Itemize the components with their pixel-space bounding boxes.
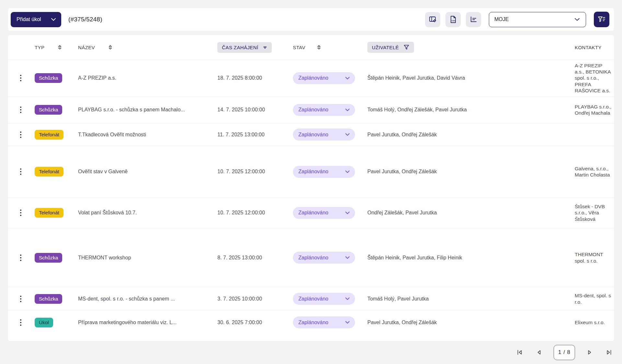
cell-stav: Zaplánováno [285, 207, 360, 219]
filter-list-icon [597, 16, 606, 23]
table-row[interactable]: Schůzka A-Z PREZIP a.s. 18. 7. 2025 8:00… [8, 60, 614, 96]
view-filter-value: MOJE [494, 17, 509, 22]
status-select[interactable]: Zaplánováno [293, 104, 355, 116]
type-badge: Telefonát [35, 167, 63, 176]
table-row[interactable]: Telefonát Ověřit stav v Galveně 10. 7. 2… [8, 146, 614, 197]
view-filter-select[interactable]: MOJE [489, 12, 586, 27]
previous-page-button[interactable] [534, 347, 544, 357]
cell-nazev: THERMONT workshop [70, 255, 210, 261]
column-label: STAV [293, 45, 305, 50]
cell-kontakty: A-Z PREZIP a.s., BETONIKA spol. s r.o., … [567, 63, 614, 94]
task-name: THERMONT workshop [78, 255, 131, 260]
status-value: Zaplánováno [298, 132, 328, 138]
cell-stav: Zaplánováno [285, 129, 360, 141]
table-row[interactable]: Schůzka PLAYBAG s.r.o. - schůzka s panem… [8, 96, 614, 123]
cell-cas-zahajeni: 18. 7. 2025 8:00:00 [210, 75, 285, 81]
status-select[interactable]: Zaplánováno [293, 293, 355, 305]
row-menu-kebab-icon[interactable] [8, 296, 27, 302]
table-row[interactable]: Schůzka THERMONT workshop 8. 7. 2025 13:… [8, 228, 614, 287]
add-task-button[interactable]: Přidat úkol [11, 12, 61, 27]
sort-icon[interactable] [57, 44, 62, 50]
column-header-uzivatele[interactable]: UŽIVATELÉ [360, 42, 567, 53]
table-row[interactable]: Telefonát Volat paní Štůsková 10.7. 10. … [8, 197, 614, 228]
cell-nazev: Ověřit stav v Galveně [70, 169, 210, 175]
cell-stav: Zaplánováno [285, 166, 360, 178]
sorted-column-pill[interactable]: ČAS ZAHÁJENÍ [217, 42, 272, 53]
users-list: Tomáš Holý, Ondřej Zálešák, Pavel Jurutk… [367, 107, 467, 112]
status-value: Zaplánováno [298, 296, 328, 302]
task-counter: (#375/5248) [68, 16, 102, 23]
table-row[interactable]: Úkol Příprava marketingového materiálu v… [8, 310, 614, 334]
row-menu-kebab-icon[interactable] [8, 168, 27, 175]
users-list: Tomáš Holý, Pavel Jurutka [367, 296, 429, 301]
status-value: Zaplánováno [298, 75, 328, 81]
status-select[interactable]: Zaplánováno [293, 207, 355, 219]
cell-stav: Zaplánováno [285, 72, 360, 84]
last-page-button[interactable] [604, 347, 614, 357]
row-menu-kebab-icon[interactable] [8, 255, 27, 261]
type-badge: Schůzka [35, 253, 62, 263]
start-time: 3. 7. 2025 10:00:00 [217, 296, 262, 301]
cell-uzivatele: Tomáš Holý, Pavel Jurutka [360, 296, 567, 302]
status-select[interactable]: Zaplánováno [293, 316, 355, 328]
page-indicator[interactable]: 1 / 8 [554, 345, 575, 360]
table-row[interactable]: Schůzka MS-dent, spol. s r.o. - schůzka … [8, 287, 614, 310]
filtered-column-pill[interactable]: UŽIVATELÉ [367, 42, 414, 53]
row-menu-kebab-icon[interactable] [8, 75, 27, 81]
timeline-view-button[interactable] [466, 12, 481, 27]
cell-typ: Úkol [27, 318, 70, 327]
chevron-down-icon [345, 321, 350, 324]
chevron-down-icon [345, 211, 350, 214]
start-time: 10. 7. 2025 12:00:00 [217, 210, 265, 215]
chevron-down-icon [345, 108, 350, 111]
contacts-list: Galvena, s.r.o., Martin Cholasta [575, 166, 610, 177]
tasks-table: TYP NÁZEV ČAS ZAHÁJENÍ [8, 35, 614, 341]
cell-typ: Telefonát [27, 167, 70, 176]
task-name: A-Z PREZIP a.s. [78, 75, 116, 81]
row-menu-kebab-icon[interactable] [8, 210, 27, 216]
contacts-list: A-Z PREZIP a.s., BETONIKA spol. s r.o., … [575, 63, 611, 94]
cell-nazev: A-Z PREZIP a.s. [70, 75, 210, 81]
start-time: 8. 7. 2025 13:00:00 [217, 255, 262, 260]
filter-button[interactable] [594, 12, 609, 27]
row-menu-kebab-icon[interactable] [8, 319, 27, 326]
users-list: Štěpán Heinik, Pavel Jurutka, Filip Hein… [367, 255, 462, 260]
type-badge: Telefonát [35, 208, 63, 218]
next-page-button[interactable] [585, 347, 594, 357]
status-value: Zaplánováno [298, 255, 328, 261]
column-label: NÁZEV [78, 45, 95, 50]
cell-typ: Telefonát [27, 130, 70, 140]
task-name: Ověřit stav v Galveně [78, 169, 128, 174]
column-header-stav[interactable]: STAV [285, 44, 360, 50]
chevron-down-icon [345, 256, 350, 259]
toolbar-right: CSV MOJE [425, 12, 609, 27]
first-page-button[interactable] [515, 347, 524, 357]
status-value: Zaplánováno [298, 210, 328, 216]
chevron-down-icon [345, 133, 350, 136]
status-select[interactable]: Zaplánováno [293, 166, 355, 178]
cell-nazev: MS-dent, spol. s r.o. - schůzka s panem … [70, 296, 210, 302]
export-csv-button[interactable]: CSV [445, 12, 461, 27]
type-badge: Schůzka [35, 105, 62, 115]
sort-icon[interactable] [108, 44, 113, 50]
task-name: T.Tkadlecová Ověřit možnosti [78, 132, 146, 137]
status-select[interactable]: Zaplánováno [293, 72, 355, 84]
cell-cas-zahajeni: 14. 7. 2025 10:00:00 [210, 107, 285, 113]
cell-typ: Schůzka [27, 73, 70, 83]
column-label: TYP [35, 45, 44, 50]
cell-typ: Schůzka [27, 253, 70, 263]
columns-customize-button[interactable] [425, 12, 440, 27]
tasks-page: Přidat úkol (#375/5248) [0, 0, 622, 364]
column-header-nazev[interactable]: NÁZEV [70, 44, 210, 50]
status-select[interactable]: Zaplánováno [293, 252, 355, 264]
row-menu-kebab-icon[interactable] [8, 107, 27, 113]
table-row[interactable]: Telefonát T.Tkadlecová Ověřit možnosti 1… [8, 123, 614, 146]
column-header-cas-zahajeni[interactable]: ČAS ZAHÁJENÍ [210, 42, 285, 53]
cell-uzivatele: Pavel Jurutka, Ondřej Zálešák [360, 169, 567, 175]
sort-icon[interactable] [317, 44, 321, 50]
status-select[interactable]: Zaplánováno [293, 129, 355, 141]
row-menu-kebab-icon[interactable] [8, 131, 27, 138]
csv-file-icon: CSV [449, 15, 457, 24]
cell-uzivatele: Štěpán Heinik, Pavel Jurutka, Filip Hein… [360, 255, 567, 261]
column-header-typ[interactable]: TYP [27, 44, 70, 50]
